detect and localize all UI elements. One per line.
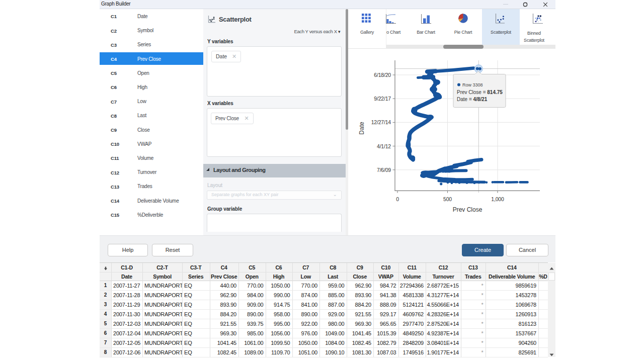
svg-text:6/18/20: 6/18/20 bbox=[374, 72, 391, 78]
svg-text:9/22/17: 9/22/17 bbox=[374, 96, 391, 102]
svg-text:12/27/14: 12/27/14 bbox=[371, 119, 391, 125]
svg-text:500: 500 bbox=[443, 196, 452, 202]
svg-text:0: 0 bbox=[396, 196, 399, 202]
svg-text:1,000: 1,000 bbox=[491, 196, 504, 202]
svg-text:Date = 4/8/21: Date = 4/8/21 bbox=[457, 97, 488, 102]
svg-text:7/6/09: 7/6/09 bbox=[377, 167, 391, 173]
svg-text:Row 3308: Row 3308 bbox=[462, 82, 483, 87]
svg-text:Date: Date bbox=[358, 122, 365, 135]
svg-text:4/1/12: 4/1/12 bbox=[377, 143, 391, 149]
svg-text:Prev Close: Prev Close bbox=[453, 206, 482, 213]
svg-text:Prev Close = 814.75: Prev Close = 814.75 bbox=[457, 89, 503, 95]
